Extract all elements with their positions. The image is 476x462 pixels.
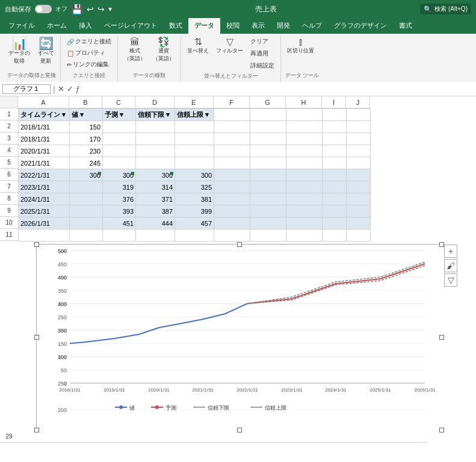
- tab-format[interactable]: 書式: [393, 18, 418, 34]
- col-header-C[interactable]: C: [102, 96, 135, 108]
- search-area[interactable]: 🔍 検索 (Alt+Q): [420, 4, 471, 14]
- tab-view[interactable]: 表示: [246, 18, 271, 34]
- cell-H1[interactable]: [286, 109, 323, 121]
- cell-G2[interactable]: [250, 121, 286, 133]
- tab-review[interactable]: 校閲: [220, 18, 246, 34]
- cell-I3[interactable]: [323, 133, 347, 145]
- cell-B8[interactable]: [70, 193, 103, 205]
- tab-file[interactable]: ファイル: [2, 18, 41, 34]
- cell-C7[interactable]: 319: [103, 181, 136, 193]
- cell-F1[interactable]: [214, 109, 250, 121]
- cell-A1[interactable]: タイムライン ▾: [19, 109, 70, 121]
- cell-E9[interactable]: 399: [175, 205, 214, 217]
- cell-F10[interactable]: [214, 217, 250, 229]
- cell-F6[interactable]: [214, 169, 250, 181]
- cell-G3[interactable]: [250, 133, 286, 145]
- cell-B3[interactable]: 170: [70, 133, 103, 145]
- name-box[interactable]: グラフ１: [2, 84, 51, 94]
- col-header-J[interactable]: J: [346, 96, 370, 108]
- reapply-button[interactable]: 再適用: [248, 48, 277, 59]
- cell-D5[interactable]: [136, 157, 175, 169]
- cell-E4[interactable]: [175, 145, 214, 157]
- cell-G8[interactable]: [250, 193, 286, 205]
- tab-help[interactable]: ヘルプ: [296, 18, 328, 34]
- cell-C10[interactable]: 451: [103, 217, 136, 229]
- cell-B6[interactable]: 300◼: [70, 169, 103, 181]
- cell-C3[interactable]: [103, 133, 136, 145]
- cell-E6[interactable]: 300: [175, 169, 214, 181]
- cell-I6[interactable]: [323, 169, 347, 181]
- cell-A4[interactable]: 2020/1/31: [19, 145, 70, 157]
- chart-filters-button[interactable]: ▽: [444, 273, 457, 287]
- handle-bm[interactable]: [237, 428, 242, 432]
- autosave-toggle[interactable]: [35, 5, 52, 13]
- cell-F11[interactable]: [214, 229, 250, 242]
- currency-button[interactable]: 💱 通貨（英語）: [150, 36, 177, 64]
- tab-formulas[interactable]: 数式: [163, 18, 188, 34]
- cell-G11[interactable]: [250, 229, 286, 242]
- cell-E3[interactable]: [175, 133, 214, 145]
- cell-G5[interactable]: [250, 157, 286, 169]
- handle-tm[interactable]: [237, 242, 242, 247]
- save-icon[interactable]: 💾: [71, 4, 83, 15]
- cell-C8[interactable]: 376: [103, 193, 136, 205]
- col-header-I[interactable]: I: [322, 96, 346, 108]
- cell-G1[interactable]: [250, 109, 286, 121]
- cell-I4[interactable]: [323, 145, 347, 157]
- redo-icon[interactable]: ↪: [97, 4, 105, 14]
- cell-F7[interactable]: [214, 181, 250, 193]
- cell-F2[interactable]: [214, 121, 250, 133]
- cell-H6[interactable]: [286, 169, 323, 181]
- cancel-formula-icon[interactable]: ✕: [58, 84, 64, 93]
- cell-J7[interactable]: [347, 181, 371, 193]
- cell-B11[interactable]: [70, 229, 103, 242]
- cell-F4[interactable]: [214, 145, 250, 157]
- cell-B4[interactable]: 230: [70, 145, 103, 157]
- undo-icon[interactable]: ↩: [87, 4, 94, 14]
- cell-C6[interactable]: 300◼: [103, 169, 136, 181]
- cell-B5[interactable]: 245: [70, 157, 103, 169]
- cell-J6[interactable]: [347, 169, 371, 181]
- cell-I9[interactable]: [323, 205, 347, 217]
- cell-B2[interactable]: 150: [70, 121, 103, 133]
- cell-E10[interactable]: 457: [175, 217, 214, 229]
- cell-H8[interactable]: [286, 193, 323, 205]
- cell-J5[interactable]: [347, 157, 371, 169]
- cell-A11[interactable]: [19, 229, 70, 242]
- col-header-D[interactable]: D: [135, 96, 175, 108]
- confirm-formula-icon[interactable]: ✓: [67, 84, 73, 93]
- cell-I7[interactable]: [323, 181, 347, 193]
- cell-A3[interactable]: 2018/1/31: [19, 133, 70, 145]
- cell-I2[interactable]: [323, 121, 347, 133]
- cell-I11[interactable]: [323, 229, 347, 242]
- filter-button[interactable]: ▽ フィルター: [214, 36, 246, 56]
- cell-A5[interactable]: 2021/1/31: [19, 157, 70, 169]
- cell-I10[interactable]: [323, 217, 347, 229]
- cell-E5[interactable]: [175, 157, 214, 169]
- cell-G9[interactable]: [250, 205, 286, 217]
- handle-ml[interactable]: [34, 335, 39, 340]
- cell-J1[interactable]: [347, 109, 371, 121]
- cell-F5[interactable]: [214, 157, 250, 169]
- cell-C5[interactable]: [103, 157, 136, 169]
- cell-J3[interactable]: [347, 133, 371, 145]
- cell-E11[interactable]: [175, 229, 214, 242]
- cell-A6[interactable]: 2022/1/31: [19, 169, 70, 181]
- cell-E1[interactable]: 信頼上限 ▾: [175, 109, 214, 121]
- cell-G7[interactable]: [250, 181, 286, 193]
- clear-button[interactable]: クリア: [248, 36, 277, 47]
- cell-I1[interactable]: [323, 109, 347, 121]
- cell-A9[interactable]: 2025/1/31: [19, 205, 70, 217]
- cell-B10[interactable]: [70, 217, 103, 229]
- get-data-button[interactable]: 📊 データの取得: [6, 36, 32, 66]
- tab-insert[interactable]: 挿入: [73, 18, 98, 34]
- cell-A10[interactable]: 2026/1/31: [19, 217, 70, 229]
- cell-H3[interactable]: [286, 133, 323, 145]
- stocks-button[interactable]: 🏛 株式（英語）: [122, 36, 148, 64]
- cell-A2[interactable]: 2018/1/31: [19, 121, 70, 133]
- col-header-A[interactable]: A: [18, 96, 69, 108]
- cell-D2[interactable]: [136, 121, 175, 133]
- cell-H10[interactable]: [286, 217, 323, 229]
- cell-B7[interactable]: [70, 181, 103, 193]
- tab-chart-design[interactable]: グラフのデザイン: [328, 18, 393, 34]
